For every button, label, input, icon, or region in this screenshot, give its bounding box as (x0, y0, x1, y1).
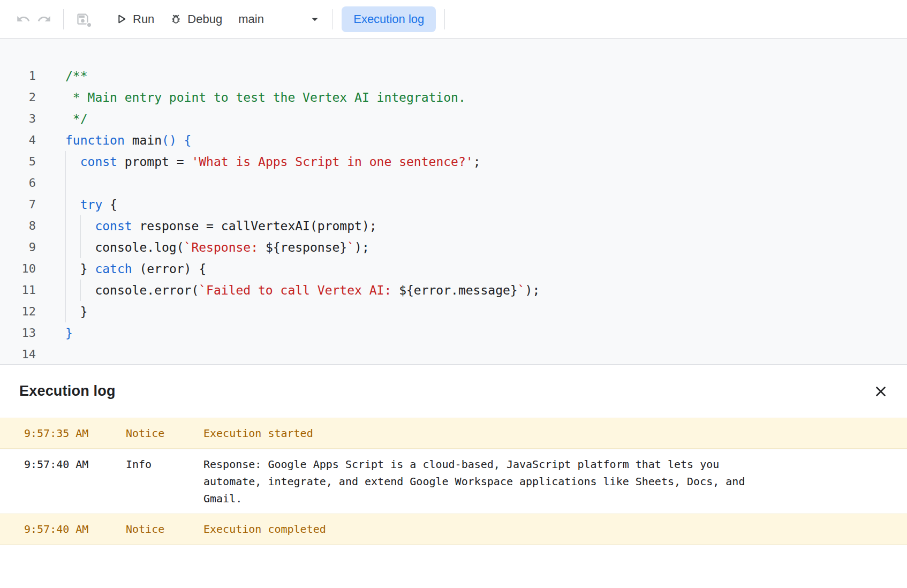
code-text: } (36, 301, 88, 322)
chevron-down-icon (308, 12, 322, 26)
toolbar-divider (332, 9, 333, 29)
code-editor[interactable]: 1/**2 * Main entry point to test the Ver… (0, 39, 907, 364)
log-timestamp: 9:57:40 AM (24, 456, 126, 473)
save-project-button[interactable] (72, 9, 93, 29)
toolbar-divider (63, 9, 64, 29)
bug-icon (169, 12, 183, 26)
code-text (36, 344, 65, 364)
code-line[interactable]: 8 const response = callVertexAI(prompt); (0, 215, 907, 237)
code-line[interactable]: 9 console.log(`Response: ${response}`); (0, 237, 907, 258)
code-text: try { (36, 194, 117, 215)
code-line[interactable]: 2 * Main entry point to test the Vertex … (0, 87, 907, 108)
debug-button[interactable]: Debug (162, 8, 230, 31)
code-line[interactable]: 1/** (0, 65, 907, 87)
line-number: 11 (0, 280, 36, 301)
line-number: 6 (0, 172, 36, 194)
play-icon (115, 12, 128, 26)
run-label: Run (133, 12, 154, 26)
execution-log-panel: Execution log 9:57:35 AMNoticeExecution … (0, 364, 907, 588)
line-number: 8 (0, 215, 36, 237)
line-number: 3 (0, 108, 36, 130)
run-button[interactable]: Run (107, 8, 162, 31)
line-number: 7 (0, 194, 36, 215)
log-message: Response: Google Apps Script is a cloud-… (203, 456, 771, 507)
code-line[interactable]: 7 try { (0, 194, 907, 215)
function-selector-value: main (238, 12, 264, 26)
code-line[interactable]: 10 } catch (error) { (0, 258, 907, 280)
line-number: 5 (0, 151, 36, 172)
code-text: * Main entry point to test the Vertex AI… (36, 87, 466, 108)
log-message: Execution completed (203, 521, 326, 538)
toolbar-divider (444, 9, 445, 29)
code-text: */ (36, 108, 88, 130)
line-number: 14 (0, 344, 36, 364)
line-number: 2 (0, 87, 36, 108)
log-timestamp: 9:57:35 AM (24, 425, 126, 442)
log-level: Info (126, 456, 203, 473)
code-line[interactable]: 14 (0, 344, 907, 364)
code-text: } catch (error) { (36, 258, 206, 280)
code-line[interactable]: 12 } (0, 301, 907, 322)
line-number: 10 (0, 258, 36, 280)
undo-button[interactable] (13, 9, 34, 29)
code-line[interactable]: 13} (0, 322, 907, 344)
log-entries: 9:57:35 AMNoticeExecution started9:57:40… (0, 418, 907, 545)
log-entry: 9:57:40 AMNoticeExecution completed (0, 514, 907, 545)
close-log-button[interactable] (868, 379, 893, 404)
log-level: Notice (126, 425, 203, 442)
code-text: } (36, 322, 73, 344)
line-number: 9 (0, 237, 36, 258)
log-entry: 9:57:35 AMNoticeExecution started (0, 418, 907, 449)
execution-log-header: Execution log (0, 365, 907, 418)
redo-icon (37, 12, 51, 26)
debug-label: Debug (187, 12, 222, 26)
code-line[interactable]: 5 const prompt = 'What is Apps Script in… (0, 151, 907, 172)
log-entry: 9:57:40 AMInfoResponse: Google Apps Scri… (0, 449, 907, 514)
code-lines: 1/**2 * Main entry point to test the Ver… (0, 65, 907, 364)
close-icon (873, 383, 889, 399)
code-text: const prompt = 'What is Apps Script in o… (36, 151, 480, 172)
code-text: function main() { (36, 130, 191, 151)
save-status-badge (86, 22, 92, 28)
undo-icon (16, 12, 31, 26)
line-number: 13 (0, 322, 36, 344)
log-timestamp: 9:57:40 AM (24, 521, 126, 538)
line-number: 12 (0, 301, 36, 322)
log-message: Execution started (203, 425, 313, 442)
code-text: console.error(`Failed to call Vertex AI:… (36, 280, 540, 301)
code-line[interactable]: 4function main() { (0, 130, 907, 151)
line-number: 4 (0, 130, 36, 151)
code-line[interactable]: 6 (0, 172, 907, 194)
log-level: Notice (126, 521, 203, 538)
code-text: /** (36, 65, 88, 87)
redo-button[interactable] (34, 9, 55, 29)
function-selector[interactable]: main (230, 8, 324, 31)
apps-script-editor: Run Debug main Execution log 1/**2 * Mai… (0, 0, 907, 588)
code-line[interactable]: 3 */ (0, 108, 907, 130)
line-number: 1 (0, 65, 36, 87)
execution-log-button[interactable]: Execution log (342, 6, 436, 32)
toolbar: Run Debug main Execution log (0, 0, 907, 39)
execution-log-title: Execution log (19, 383, 116, 399)
code-text (36, 172, 80, 194)
code-text: console.log(`Response: ${response}`); (36, 237, 369, 258)
code-text: const response = callVertexAI(prompt); (36, 215, 377, 237)
code-line[interactable]: 11 console.error(`Failed to call Vertex … (0, 280, 907, 301)
